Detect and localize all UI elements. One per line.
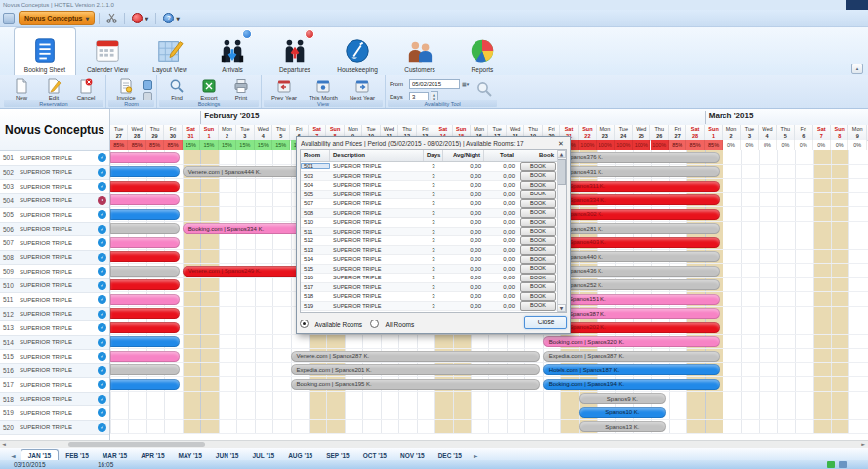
scrollbar-thumb[interactable]	[68, 442, 205, 447]
month-tabs-left-arrow[interactable]: ◄	[6, 452, 21, 460]
this-month-button[interactable]: This Month	[304, 77, 343, 101]
availability-search-button[interactable]	[470, 77, 495, 102]
collapse-panel-icon[interactable]: ▴	[851, 64, 863, 74]
room-status-icon[interactable]: ✓	[98, 295, 106, 304]
booking-bar[interactable]: Booking.com | Spanos195 K.	[291, 379, 540, 390]
dialog-room-row-519[interactable]: 519SUPERIOR TRIPLE30,000,00BOOK	[301, 302, 566, 312]
room-status-icon[interactable]: ✓	[98, 338, 106, 347]
close-button[interactable]: Close	[524, 316, 567, 329]
month-tab-nov15[interactable]: NOV '15	[393, 450, 432, 460]
booking-bar[interactable]	[110, 251, 180, 262]
booking-bar[interactable]	[110, 322, 180, 333]
room-row-504[interactable]: 504SUPERIOR TRIPLE•	[0, 194, 109, 209]
cut-button[interactable]	[103, 12, 120, 24]
room-status-icon[interactable]: ✓	[98, 238, 106, 247]
room-status-icon[interactable]: ✓	[98, 153, 106, 162]
scroll-right-icon[interactable]: ►	[861, 441, 865, 448]
export-button[interactable]: Export	[193, 77, 225, 101]
month-tab-apr15[interactable]: APR '15	[134, 450, 171, 460]
booking-bar[interactable]	[110, 336, 180, 347]
booking-bar[interactable]	[110, 266, 180, 277]
room-row-506[interactable]: 506SUPERIOR TRIPLE✓	[0, 223, 109, 237]
room-row-507[interactable]: 507SUPERIOR TRIPLE✓	[0, 236, 109, 251]
booking-bar[interactable]	[110, 364, 180, 375]
book-button-517[interactable]: BOOK	[520, 282, 556, 292]
month-tab-jul15[interactable]: JUL '15	[245, 450, 281, 460]
book-button-505[interactable]: BOOK	[520, 190, 556, 199]
room-status-icon[interactable]: ✓	[98, 380, 106, 389]
new-reservation-button[interactable]: New	[6, 77, 37, 101]
month-tab-jun15[interactable]: JUN '15	[209, 450, 246, 460]
record-menu-button[interactable]: ▼	[129, 12, 151, 24]
room-status-icon[interactable]: ✓	[98, 395, 106, 404]
from-date-input[interactable]	[409, 79, 460, 89]
room-row-511[interactable]: 511SUPERIOR TRIPLE✓	[0, 293, 109, 308]
room-row-515[interactable]: 515SUPERIOR TRIPLE✓	[0, 350, 109, 364]
booking-bar[interactable]	[110, 379, 180, 390]
booking-bar[interactable]	[110, 308, 180, 319]
book-button-515[interactable]: BOOK	[520, 264, 556, 274]
room-status-icon[interactable]: ✓	[98, 253, 106, 262]
available-rooms-radio[interactable]: Available Rooms	[300, 314, 362, 331]
booking-bar[interactable]	[110, 351, 180, 362]
booking-bar[interactable]: Hotels.com | Spanos187 K.	[543, 364, 721, 375]
booking-bar[interactable]: Booking.com | Spanos194 K.	[543, 379, 721, 390]
tab-layout-view[interactable]: Layout View	[139, 27, 201, 75]
book-button-504[interactable]: BOOK	[520, 181, 556, 191]
booking-bar[interactable]: Expedia.com | Spanos201 K.	[291, 364, 540, 375]
find-button[interactable]: Find	[161, 77, 192, 101]
next-year-button[interactable]: Next Year	[344, 77, 381, 101]
tab-booking-sheet[interactable]: Booking Sheet	[14, 27, 76, 75]
book-button-512[interactable]: BOOK	[520, 236, 556, 246]
room-row-513[interactable]: 513SUPERIOR TRIPLE✓	[0, 321, 109, 336]
scroll-left-icon[interactable]: ◄	[2, 441, 6, 448]
booking-bar[interactable]: Booking.com | Spanos320 K.	[543, 336, 721, 347]
month-tab-dec15[interactable]: DEC '15	[432, 450, 469, 460]
month-tabs-right-arrow[interactable]: ►	[469, 452, 483, 460]
cancel-reservation-button[interactable]: Cancel	[70, 77, 102, 101]
room-status-icon[interactable]: ✓	[98, 267, 106, 276]
month-tab-sep15[interactable]: SEP '15	[319, 450, 355, 460]
booking-bar[interactable]	[110, 237, 180, 248]
room-row-514[interactable]: 514SUPERIOR TRIPLE✓	[0, 336, 109, 351]
close-icon[interactable]: ✕	[557, 140, 566, 148]
room-status-icon[interactable]: ✓	[98, 168, 106, 177]
month-tab-aug15[interactable]: AUG '15	[281, 450, 319, 460]
room-status-icon[interactable]: ✓	[98, 225, 106, 234]
booking-bar[interactable]: Venere.com | Spanos287 K.	[291, 351, 540, 362]
scrollbar-thumb[interactable]	[558, 159, 566, 185]
book-button-513[interactable]: BOOK	[520, 245, 556, 255]
calendar-dropdown-icon[interactable]: ▦▾	[462, 81, 469, 87]
tab-customers[interactable]: Customers	[389, 27, 451, 75]
book-button-508[interactable]: BOOK	[520, 208, 556, 218]
room-status-icon[interactable]: ✓	[98, 352, 106, 361]
tab-housekeeping[interactable]: Housekeeping	[326, 27, 389, 75]
room-status-icon[interactable]: ✓	[98, 366, 106, 375]
booking-bar[interactable]	[110, 166, 180, 177]
book-button-507[interactable]: BOOK	[520, 199, 556, 209]
scroll-up-icon[interactable]: ▲	[558, 150, 566, 158]
booking-bar[interactable]	[110, 279, 180, 290]
book-button-501[interactable]: BOOK	[520, 162, 556, 172]
all-rooms-radio[interactable]: All Rooms	[370, 314, 414, 331]
book-button-510[interactable]: BOOK	[520, 218, 556, 228]
tab-calendar-view[interactable]: Calender View	[76, 27, 139, 75]
booking-bar[interactable]	[110, 181, 180, 192]
dialog-scrollbar[interactable]: ▲ ▼	[557, 150, 566, 312]
room-status-icon[interactable]: •	[98, 196, 106, 205]
room-row-509[interactable]: 509SUPERIOR TRIPLE✓	[0, 265, 109, 279]
room-row-517[interactable]: 517SUPERIOR TRIPLE✓	[0, 378, 109, 393]
booking-bar[interactable]	[110, 152, 180, 163]
booking-bar[interactable]: Spanos10 K.	[579, 407, 666, 418]
room-status-icon[interactable]: ✓	[98, 281, 106, 290]
app-menu-button[interactable]: Novus Conceptus ▼	[19, 11, 95, 25]
book-button-514[interactable]: BOOK	[520, 255, 556, 265]
room-row-510[interactable]: 510SUPERIOR TRIPLE✓	[0, 279, 109, 294]
room-row-520[interactable]: 520SUPERIOR TRIPLE✓	[0, 421, 109, 436]
horizontal-scrollbar[interactable]: ◄ ►	[0, 440, 868, 448]
month-tab-mar15[interactable]: MAR '15	[96, 450, 134, 460]
help-menu-button[interactable]: ? ▼	[160, 12, 183, 24]
status-icon-sync[interactable]	[827, 461, 835, 468]
book-button-518[interactable]: BOOK	[520, 292, 556, 302]
month-tab-may15[interactable]: MAY '15	[172, 450, 209, 460]
